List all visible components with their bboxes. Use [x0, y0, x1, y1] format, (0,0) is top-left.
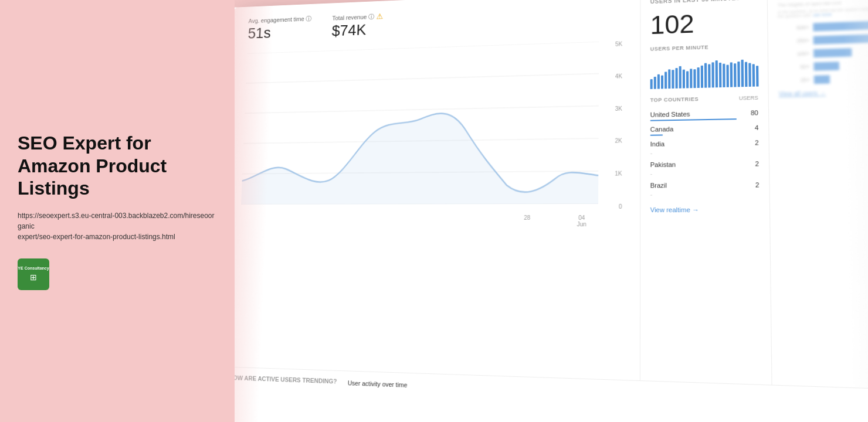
- analytics-wrapper: Avg. engagement time ⓘ 51s Total revenue…: [235, 0, 868, 422]
- page-title: SEO Expert for Amazon Product Listings: [18, 132, 217, 199]
- left-panel: SEO Expert for Amazon Product Listings h…: [0, 0, 235, 422]
- country-count: 2: [755, 160, 759, 167]
- mini-bar-item: [661, 75, 663, 89]
- users-count: 102: [650, 9, 758, 38]
- revenue-value: $74K: [331, 21, 383, 40]
- blurred-bar-chart: 500+250+100+50+25+: [778, 19, 868, 84]
- blurred-bar-label: 100+: [778, 50, 810, 57]
- mini-bar-item: [716, 60, 718, 87]
- y-label-0: 0: [619, 203, 622, 210]
- blurred-bar-fill: [813, 62, 839, 71]
- warning-icon: ⚠: [377, 12, 384, 21]
- blurred-bar-label: 50+: [778, 64, 810, 71]
- mini-bar-item: [748, 63, 751, 87]
- page-url: https://seoexpert.s3.eu-central-003.back…: [18, 210, 217, 242]
- mini-bar-item: [686, 71, 689, 88]
- logo-icon: ⊞: [30, 273, 37, 282]
- blurred-bar-row: 25+: [778, 73, 868, 85]
- user-activity-label: User activity over time: [348, 379, 408, 389]
- mini-bar-item: [704, 63, 707, 88]
- country-item: Pakistan2-: [650, 160, 760, 177]
- y-label-1k: 1K: [615, 171, 622, 177]
- country-bar: [650, 118, 737, 121]
- line-chart-container: 5K 4K 3K 2K 1K 0 28 04Jun: [240, 40, 628, 227]
- country-item: Canada4: [650, 124, 759, 136]
- blurred-bar-fill: [813, 34, 868, 44]
- realtime-header: USERS IN LAST 30 MINUTES: [650, 0, 757, 5]
- top-countries-label: TOP COUNTRIES: [650, 96, 699, 103]
- x-label-04jun: 04Jun: [577, 215, 586, 227]
- mini-bar-item: [741, 60, 744, 87]
- mini-bar-item: [745, 62, 748, 87]
- blurred-bar-fill: [814, 75, 830, 84]
- blurred-bar-row: 250+: [778, 33, 868, 46]
- country-name: Brazil: [650, 182, 667, 189]
- x-axis-labels: 28 04Jun: [240, 215, 598, 228]
- mini-bar-item: [723, 64, 725, 87]
- blurred-bar-row: 100+: [778, 46, 868, 59]
- view-all-link[interactable]: View all users →: [779, 88, 868, 97]
- x-label-28: 28: [524, 215, 530, 227]
- mini-bar-item: [719, 63, 721, 87]
- users-col-label: USERS: [739, 95, 758, 101]
- mini-bar-item: [664, 72, 667, 89]
- line-chart-svg: [241, 42, 599, 205]
- right-side-panel: LIFETIME VALUE BY FIRST USER The heights…: [767, 0, 868, 390]
- country-name: United States: [650, 110, 690, 118]
- main-chart-area: Avg. engagement time ⓘ 51s Total revenue…: [235, 0, 640, 380]
- mini-bar-item: [737, 61, 740, 87]
- country-dash: -: [650, 148, 759, 156]
- country-item: Brazil2-: [650, 181, 760, 198]
- mini-bar-item: [679, 66, 681, 89]
- mini-bar-item: [697, 67, 700, 88]
- mini-bar-item: [650, 79, 653, 89]
- top-countries-header: TOP COUNTRIES USERS: [650, 95, 758, 103]
- mini-bar-chart: [650, 57, 758, 89]
- country-item: United States80: [650, 109, 758, 121]
- country-count: 2: [755, 139, 759, 146]
- blurred-bar-row: 500+: [778, 19, 868, 32]
- country-dash: -: [650, 169, 760, 178]
- mini-bar-item: [752, 64, 755, 87]
- country-list: United States80Canada4India2-Pakistan2-B…: [650, 109, 760, 198]
- country-item: India2-: [650, 139, 759, 156]
- country-count: 4: [755, 124, 759, 131]
- y-label-2k: 2K: [615, 138, 622, 144]
- mini-bar-item: [708, 64, 710, 87]
- mini-bar-item: [701, 66, 703, 88]
- users-per-min-label: USERS PER MINUTE: [650, 43, 758, 52]
- mini-bar-item: [654, 77, 656, 89]
- mini-bar-item: [734, 63, 737, 87]
- y-label-5k: 5K: [615, 41, 622, 47]
- blurred-bar-label: 25+: [778, 77, 810, 84]
- mini-bar-item: [672, 70, 674, 89]
- country-name: Pakistan: [650, 161, 676, 169]
- svg-line-2: [245, 106, 599, 114]
- mini-bar-item: [668, 69, 670, 89]
- svg-line-1: [246, 74, 599, 83]
- realtime-panel: USERS IN LAST 30 MINUTES 102 USERS PER M…: [640, 0, 772, 384]
- revenue-metric: Total revenue ⓘ ⚠ $74K: [331, 12, 383, 40]
- mini-bar-item: [683, 70, 685, 89]
- mini-bar-item: [756, 66, 759, 87]
- blurred-bar-row: 50+: [778, 60, 868, 72]
- blurred-bar-fill: [813, 48, 852, 57]
- mini-bar-item: [657, 74, 660, 89]
- analytics-inner: Avg. engagement time ⓘ 51s Total revenue…: [235, 0, 868, 390]
- country-dash: -: [650, 190, 760, 198]
- mini-bar-item: [730, 63, 733, 87]
- logo-badge[interactable]: YE Consultancy ⊞: [18, 258, 49, 290]
- view-realtime-link[interactable]: View realtime →: [650, 206, 760, 213]
- mini-bar-item: [726, 65, 728, 87]
- y-axis-labels: 5K 4K 3K 2K 1K 0: [615, 41, 622, 210]
- mini-bar-item: [675, 68, 677, 89]
- blurred-bar-fill: [813, 21, 868, 32]
- right-panel: Avg. engagement time ⓘ 51s Total revenue…: [235, 0, 868, 422]
- y-label-4k: 4K: [615, 73, 622, 79]
- mini-bar-item: [690, 69, 692, 89]
- blurred-bar-label: 250+: [778, 38, 810, 45]
- y-label-3k: 3K: [615, 105, 622, 111]
- blurred-bar-label: 500+: [778, 25, 809, 32]
- country-bar: [650, 134, 663, 135]
- logo-text: YE Consultancy: [18, 266, 49, 271]
